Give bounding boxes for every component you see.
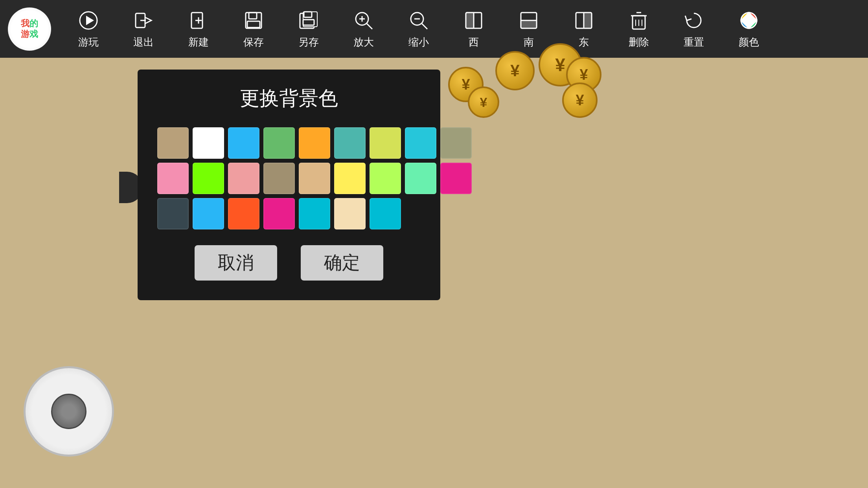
- color-swatch[interactable]: [299, 127, 330, 159]
- svg-rect-9: [247, 21, 260, 28]
- toolbar-save-label: 保存: [243, 35, 264, 49]
- color-grid: [157, 127, 421, 229]
- color-swatch[interactable]: [370, 198, 401, 229]
- toolbar-delete-label: 删除: [629, 35, 649, 49]
- toolbar-color[interactable]: 颜色: [723, 6, 774, 53]
- main-area: 更换背景色 取消 确定 ¥¥¥¥¥¥: [0, 58, 868, 488]
- color-swatch[interactable]: [299, 163, 330, 194]
- svg-line-19: [422, 24, 427, 29]
- toolbar: 我的 游戏 游玩 退出 新建 保存: [0, 0, 868, 58]
- svg-marker-1: [86, 16, 94, 25]
- toolbar-reset[interactable]: 重置: [668, 6, 719, 53]
- exit-icon: [132, 9, 155, 32]
- color-icon: [737, 9, 761, 32]
- color-swatch[interactable]: [440, 163, 472, 194]
- coin: ¥: [468, 86, 499, 118]
- color-swatch[interactable]: [299, 198, 330, 229]
- reset-icon: [682, 9, 706, 32]
- toolbar-saveas-label: 另存: [298, 35, 319, 49]
- toolbar-delete[interactable]: 删除: [613, 6, 664, 53]
- south-icon: [517, 9, 541, 32]
- color-swatch[interactable]: [193, 127, 224, 159]
- toolbar-exit[interactable]: 退出: [118, 6, 169, 53]
- toolbar-play-label: 游玩: [78, 35, 99, 49]
- toolbar-exit-label: 退出: [133, 35, 154, 49]
- color-swatch[interactable]: [405, 127, 436, 159]
- color-row-1: [157, 127, 421, 159]
- toolbar-zoomout-label: 缩小: [408, 35, 429, 49]
- toolbar-new[interactable]: 新建: [173, 6, 224, 53]
- play-icon: [77, 9, 100, 32]
- toolbar-new-label: 新建: [188, 35, 209, 49]
- toolbar-west[interactable]: 西: [448, 6, 499, 53]
- new-icon: [187, 9, 210, 32]
- color-swatch[interactable]: [157, 163, 189, 194]
- color-swatch[interactable]: [440, 127, 472, 159]
- app-logo[interactable]: 我的 游戏: [8, 7, 51, 51]
- svg-rect-8: [249, 13, 257, 19]
- cancel-button[interactable]: 取消: [195, 245, 277, 281]
- color-row-3: [157, 198, 421, 229]
- confirm-button[interactable]: 确定: [301, 245, 383, 281]
- toolbar-reset-label: 重置: [684, 35, 704, 49]
- color-swatch[interactable]: [263, 163, 295, 194]
- toolbar-color-label: 颜色: [739, 35, 759, 49]
- color-row-2: [157, 163, 421, 194]
- svg-rect-26: [521, 20, 537, 28]
- color-swatch[interactable]: [228, 198, 259, 229]
- toolbar-save[interactable]: 保存: [228, 6, 279, 53]
- color-swatch[interactable]: [263, 127, 295, 159]
- color-swatch[interactable]: [157, 198, 189, 229]
- toolbar-zoomin-label: 放大: [353, 35, 374, 49]
- color-dialog: 更换背景色 取消 确定: [138, 70, 440, 300]
- dialog-title: 更换背景色: [157, 85, 421, 112]
- color-swatch[interactable]: [228, 163, 259, 194]
- east-icon: [572, 9, 596, 32]
- svg-rect-23: [466, 13, 474, 28]
- zoomin-icon: [352, 9, 375, 32]
- toolbar-zoomout[interactable]: 缩小: [393, 6, 444, 53]
- color-swatch[interactable]: [334, 127, 366, 159]
- dialog-buttons: 取消 确定: [157, 245, 421, 281]
- toolbar-south-label: 南: [524, 35, 534, 49]
- toolbar-saveas[interactable]: 另存: [283, 6, 334, 53]
- joystick[interactable]: [24, 366, 114, 457]
- toolbar-play[interactable]: 游玩: [63, 6, 114, 53]
- color-swatch[interactable]: [334, 198, 366, 229]
- color-swatch[interactable]: [193, 198, 224, 229]
- color-swatch[interactable]: [405, 163, 436, 194]
- svg-line-15: [367, 24, 372, 29]
- toolbar-east-label: 东: [579, 35, 589, 49]
- color-swatch[interactable]: [228, 127, 259, 159]
- color-swatch[interactable]: [157, 127, 189, 159]
- toolbar-south[interactable]: 南: [503, 6, 554, 53]
- color-swatch[interactable]: [193, 163, 224, 194]
- color-swatch[interactable]: [370, 163, 401, 194]
- joystick-inner: [51, 394, 86, 429]
- save-icon: [242, 9, 265, 32]
- color-swatch[interactable]: [370, 127, 401, 159]
- west-icon: [462, 9, 485, 32]
- svg-rect-29: [584, 13, 592, 28]
- zoomout-icon: [407, 9, 430, 32]
- svg-rect-7: [246, 13, 261, 28]
- saveas-icon: [297, 9, 320, 32]
- toolbar-zoomin[interactable]: 放大: [338, 6, 389, 53]
- coin: ¥: [495, 51, 535, 90]
- color-swatch[interactable]: [334, 163, 366, 194]
- color-swatch[interactable]: [263, 198, 295, 229]
- toolbar-west-label: 西: [469, 35, 479, 49]
- coin: ¥: [562, 83, 598, 118]
- delete-icon: [627, 9, 651, 32]
